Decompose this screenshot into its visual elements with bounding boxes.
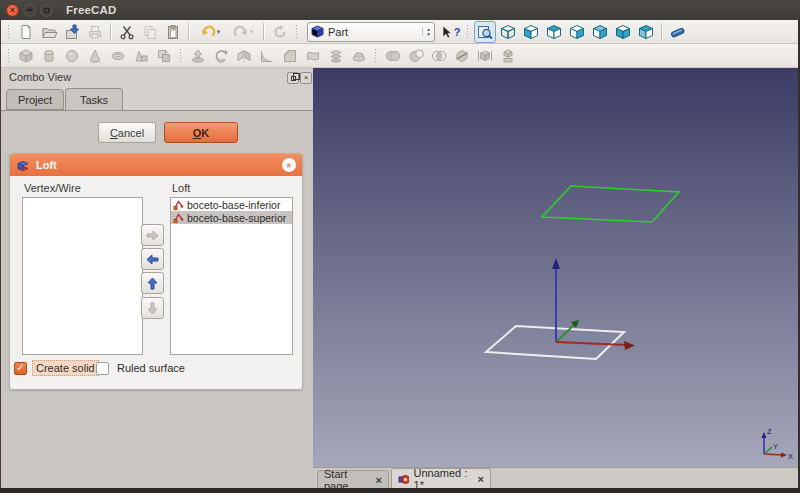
create-solid-option: ✓ Create solid [14,360,99,376]
measure-distance-button[interactable] [667,21,689,43]
view-left-button[interactable] [635,21,657,43]
part-fillet-icon [256,45,278,67]
toolbar-grip[interactable] [7,24,11,39]
part-boolean-cut-icon [405,45,427,67]
sketch-icon [173,212,184,223]
fit-all-button[interactable] [474,21,496,43]
check-icon: ✓ [16,363,24,373]
tab-tasks[interactable]: Tasks [65,88,123,110]
spin-down-icon: ▾ [427,32,430,37]
loft-task-box: Loft « Vertex/Wire Loft boceto-base-infe… [9,153,303,390]
panel-close-icon[interactable]: × [300,72,312,84]
ok-button[interactable]: OK [164,122,238,143]
toolbar-grip[interactable] [179,48,183,63]
save-document-button[interactable] [61,21,83,43]
undo-dropdown-icon[interactable]: ▾ [217,28,221,36]
window-close-icon[interactable]: × [6,4,19,17]
undo-button[interactable]: ▾ [194,21,226,43]
part-boolean-common-icon [428,45,450,67]
maximize-glyph [44,8,49,13]
part-sphere-icon [61,45,83,67]
loft-item-label: boceto-base-superior [187,212,286,224]
toolbar-file-view: ▾ ▾ Part ▴▾ ? [1,20,798,44]
view-rear-button[interactable] [589,21,611,43]
panel-float-icon[interactable] [287,72,299,84]
window-minimize-icon[interactable] [23,4,36,17]
refresh-button [269,21,291,43]
tab-unnamed-document[interactable]: Unnamed : 1* × [391,468,491,489]
ruled-surface-label[interactable]: Ruled surface [114,361,188,375]
view-front-button[interactable] [520,21,542,43]
loft-list-item[interactable]: boceto-base-inferior [171,198,292,211]
tab-close-icon[interactable]: × [478,474,484,485]
part-box-icon [15,45,37,67]
view-axonometric-button[interactable] [497,21,519,43]
freecad-doc-icon [398,473,409,485]
move-left-button[interactable] [141,248,164,270]
title-bar: × FreeCAD [0,0,800,20]
paste-button[interactable] [162,21,184,43]
loft-icon [16,158,30,172]
workbench-part-icon [311,25,324,38]
tab-close-icon[interactable]: × [376,475,382,486]
toolbar-grip[interactable] [295,24,299,39]
loft-task-title: Loft [36,159,282,171]
separator [110,23,112,40]
separator [661,23,663,40]
loft-item-label: boceto-base-inferior [187,199,280,211]
cancel-label: Cancel [110,127,144,139]
open-document-button[interactable] [38,21,60,43]
axis-y-label: Y [773,442,778,451]
part-loft-icon [325,45,347,67]
3d-scene: Z Y X [313,68,798,467]
workbench-selector[interactable]: Part ▴▾ [307,22,435,42]
toolbar-grip[interactable] [374,48,378,63]
close-glyph: × [304,74,309,82]
tab-tasks-label: Tasks [80,94,108,106]
whats-this-button[interactable]: ? [440,21,462,43]
cut-button[interactable] [116,21,138,43]
window-bottom-edge [0,488,800,493]
close-glyph: × [10,6,15,15]
part-sweep-icon [348,45,370,67]
collapse-task-icon[interactable]: « [282,158,296,172]
3d-viewport[interactable]: Z Y X [313,68,798,467]
combo-spinner-icon[interactable]: ▴▾ [422,27,430,36]
tab-project-label: Project [18,94,52,106]
window-title: FreeCAD [66,4,117,16]
move-right-button [141,224,164,246]
document-tab-bar: Start page × Unnamed : 1* × [313,467,798,488]
part-boolean-union-icon [382,45,404,67]
create-solid-label[interactable]: Create solid [32,360,99,376]
view-right-button[interactable] [566,21,588,43]
toolbar-part-tools [1,44,798,68]
collapse-glyph: « [284,162,293,167]
loft-list-item[interactable]: boceto-base-superior [171,211,292,224]
minimize-glyph [27,9,32,11]
separator [188,23,190,40]
float-glyph [291,76,296,81]
window-left-edge [0,20,1,488]
panel-title: Combo View [9,71,71,83]
redo-dropdown-icon: ▾ [250,28,254,36]
move-up-button[interactable] [141,272,164,294]
ruled-surface-checkbox[interactable] [96,362,109,375]
tab-start-page[interactable]: Start page × [317,470,389,489]
vertex-wire-list[interactable] [22,197,143,355]
toolbar-grip[interactable] [7,48,11,63]
part-shape-builder-icon [153,45,175,67]
window-maximize-icon[interactable] [40,4,53,17]
cancel-button[interactable]: Cancel [98,122,156,143]
part-ruled-surface-icon [302,45,324,67]
tab-project[interactable]: Project [6,89,64,110]
loft-list[interactable]: boceto-base-inferior boceto-base-superio… [170,197,293,355]
view-top-button[interactable] [543,21,565,43]
create-solid-checkbox[interactable]: ✓ [14,362,27,375]
view-bottom-button[interactable] [612,21,634,43]
toolbar-grip[interactable] [466,24,470,39]
axis-x-label: X [788,452,793,461]
new-document-button[interactable] [15,21,37,43]
part-compound-icon [474,45,496,67]
print-button [84,21,106,43]
copy-button [139,21,161,43]
